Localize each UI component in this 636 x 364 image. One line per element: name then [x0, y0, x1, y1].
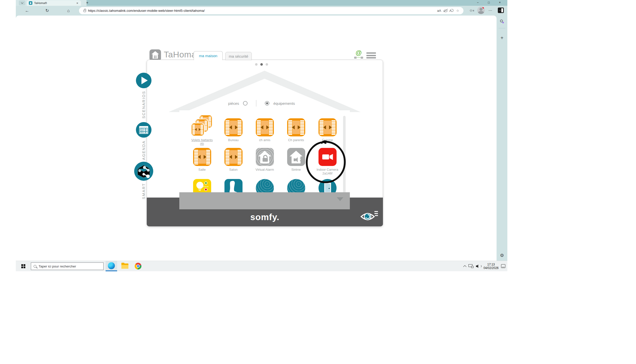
- shutter-icon: [319, 118, 337, 136]
- window-controls: − □ ×: [472, 0, 505, 6]
- tahoma-favicon-icon: [29, 1, 32, 5]
- tab-title: TaHoma®: [34, 2, 75, 5]
- system-tray: 17:13 04/02/2026: [464, 261, 505, 271]
- read-aloud-icon[interactable]: A: [449, 9, 454, 13]
- refresh-button[interactable]: ↻: [44, 8, 50, 14]
- smart-label: SMART: [141, 183, 146, 199]
- play-icon: [141, 77, 148, 84]
- tab-ma-securite[interactable]: ma sécurité: [225, 52, 252, 60]
- taskbar-search-box[interactable]: Taper ici pour rechercher: [31, 262, 104, 270]
- browser-tab-tahoma[interactable]: TaHoma® ×: [27, 0, 81, 6]
- volume-icon[interactable]: [476, 264, 481, 268]
- somfy-logo: somfy.: [147, 212, 383, 222]
- menu-hamburger-icon[interactable]: [366, 52, 376, 59]
- device-ch-amis[interactable]: ch amis: [249, 115, 280, 146]
- desktop-canvas: TaHoma® × + − □ × ← ↻ ⌂ https://classic.…: [0, 0, 636, 364]
- scroll-overlay: [179, 192, 350, 209]
- clock-time: 17:13: [487, 263, 495, 266]
- tracking-prevention-icon[interactable]: [443, 9, 448, 13]
- agenda-button[interactable]: [136, 122, 151, 138]
- filter-equipements-radio[interactable]: [265, 101, 269, 106]
- minimize-button[interactable]: −: [472, 0, 483, 6]
- device-list-scrollbar[interactable]: [343, 116, 346, 196]
- search-icon: [34, 265, 36, 268]
- search-placeholder: Taper ici pour rechercher: [39, 264, 76, 268]
- notification-center-icon[interactable]: [501, 264, 505, 268]
- view-filter: pièces équipements: [16, 100, 507, 107]
- tab-search-button[interactable]: [19, 1, 25, 5]
- tahoma-logo-icon: [149, 49, 161, 61]
- filter-pieces-radio[interactable]: [243, 101, 248, 106]
- tray-chevron-icon[interactable]: [463, 265, 466, 268]
- device-indoor-camera[interactable]: Indoor Camera 2a146f: [312, 146, 343, 175]
- filter-pieces-label: pièces: [228, 101, 239, 106]
- calendar-icon: [139, 126, 148, 134]
- shutter-icon: [193, 148, 211, 166]
- start-button[interactable]: [21, 264, 25, 268]
- url-text: https://classic.tahomalink.com/enduser-m…: [88, 9, 436, 13]
- taskbar-chrome-icon[interactable]: [132, 261, 144, 271]
- siren-icon: [287, 148, 305, 166]
- device-volets-battants[interactable]: Volets battants (6): [186, 115, 218, 146]
- pagination-dots[interactable]: [16, 63, 507, 66]
- filter-equipements-label: équipements: [273, 101, 295, 106]
- notification-dot: [482, 7, 485, 9]
- sidebar-search-icon[interactable]: [497, 20, 507, 25]
- device-row-1: Volets battants (6) Bureau ch amis Ch pa…: [186, 115, 343, 146]
- device-virtual-alarm[interactable]: Virtual Alarm: [249, 146, 280, 175]
- tab-ma-maison[interactable]: ma maison: [194, 51, 223, 60]
- shutter-icon: [256, 118, 274, 136]
- address-bar[interactable]: https://classic.tahomalink.com/enduser-m…: [79, 7, 463, 14]
- close-button[interactable]: ×: [494, 0, 505, 6]
- sidebar-add-icon[interactable]: +: [497, 35, 507, 41]
- somfy-eye-logo-icon: [360, 209, 378, 224]
- device-row-2: Salle Salon Virtual Alarm Sirène Indoor …: [186, 146, 343, 175]
- connection-status-icon: @: [354, 50, 364, 60]
- agenda-label: AGENDA: [141, 140, 146, 160]
- shutter-group-icon: [191, 115, 213, 136]
- back-button[interactable]: ←: [24, 8, 30, 14]
- tab-strip: TaHoma® × + − □ ×: [16, 0, 507, 6]
- taskbar-explorer-icon[interactable]: [119, 261, 131, 271]
- network-icon[interactable]: [468, 264, 473, 268]
- home-button[interactable]: ⌂: [65, 8, 71, 14]
- shutter-icon: [224, 148, 243, 166]
- lock-icon: [84, 10, 86, 12]
- device-salon[interactable]: Salon: [218, 146, 249, 175]
- device-sirene[interactable]: Sirène: [280, 146, 312, 175]
- new-tab-button[interactable]: +: [84, 0, 91, 6]
- device-salle[interactable]: Salle: [186, 146, 218, 175]
- device-bureau[interactable]: Bureau: [218, 115, 249, 146]
- more-menu-button[interactable]: ⋯: [487, 7, 494, 14]
- virtual-alarm-icon: [256, 148, 274, 166]
- camera-icon: [319, 148, 337, 166]
- scroll-down-arrow-icon[interactable]: [337, 197, 343, 201]
- tab-close-icon[interactable]: ×: [75, 2, 79, 5]
- sidebar-toggle-icon[interactable]: [498, 8, 504, 13]
- scenarios-label: SCENARIOS: [141, 91, 146, 119]
- device-cuisine[interactable]: Cuisine: [312, 115, 343, 146]
- device-ch-parents[interactable]: Ch parents: [280, 115, 312, 146]
- translate-icon[interactable]: aA: [436, 9, 442, 13]
- shutter-icon: [287, 118, 305, 136]
- smart-button[interactable]: [134, 162, 153, 181]
- profile-avatar[interactable]: [477, 7, 485, 14]
- browser-window: TaHoma® × + − □ × ← ↻ ⌂ https://classic.…: [16, 0, 507, 261]
- edge-sidebar: + ⚙: [497, 16, 507, 261]
- maximize-button[interactable]: □: [483, 0, 494, 6]
- sidebar-settings-gear-icon[interactable]: ⚙: [497, 253, 507, 258]
- windows-taskbar: Taper ici pour rechercher 17:13 04/02/20…: [16, 261, 507, 271]
- shutter-icon: [224, 118, 243, 136]
- smart-network-icon: [136, 164, 151, 179]
- collections-icon[interactable]: ☆: [467, 7, 474, 14]
- clock-date: 04/02/2026: [484, 266, 499, 270]
- favorite-star-icon[interactable]: ☆: [454, 9, 461, 13]
- taskbar-edge-icon[interactable]: [106, 261, 117, 271]
- taskbar-clock[interactable]: 17:13 04/02/2026: [484, 263, 499, 270]
- chevron-down-icon: [21, 1, 23, 4]
- scenarios-button[interactable]: [136, 73, 151, 88]
